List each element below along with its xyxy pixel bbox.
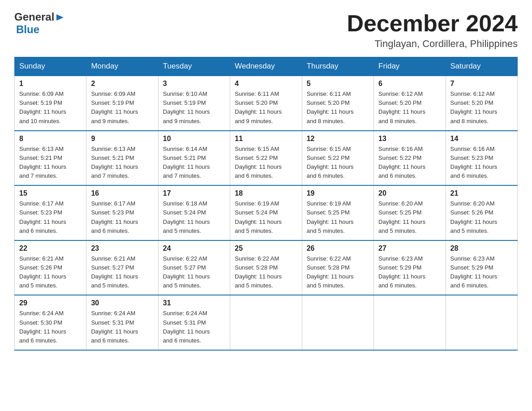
day-number: 30	[91, 299, 153, 307]
calendar-cell: 16Sunrise: 6:17 AMSunset: 5:23 PMDayligh…	[86, 185, 158, 240]
day-info: Sunrise: 6:12 AMSunset: 5:20 PMDaylight:…	[450, 90, 513, 126]
calendar-cell: 25Sunrise: 6:22 AMSunset: 5:28 PMDayligh…	[230, 240, 302, 295]
calendar-cell: 1Sunrise: 6:09 AMSunset: 5:19 PMDaylight…	[15, 76, 86, 131]
day-number: 2	[91, 80, 153, 88]
day-number: 13	[378, 135, 441, 143]
day-info: Sunrise: 6:22 AMSunset: 5:28 PMDaylight:…	[235, 254, 297, 291]
day-info: Sunrise: 6:15 AMSunset: 5:22 PMDaylight:…	[307, 145, 369, 181]
day-info: Sunrise: 6:12 AMSunset: 5:20 PMDaylight:…	[378, 90, 441, 126]
day-info: Sunrise: 6:15 AMSunset: 5:22 PMDaylight:…	[235, 145, 297, 181]
day-number: 10	[163, 135, 225, 143]
calendar-cell: 13Sunrise: 6:16 AMSunset: 5:22 PMDayligh…	[374, 131, 446, 186]
day-info: Sunrise: 6:17 AMSunset: 5:23 PMDaylight:…	[91, 199, 153, 235]
day-number: 4	[235, 80, 297, 88]
calendar-cell: 8Sunrise: 6:13 AMSunset: 5:21 PMDaylight…	[15, 131, 86, 186]
day-info: Sunrise: 6:13 AMSunset: 5:21 PMDaylight:…	[91, 145, 153, 181]
weekday-header-row: SundayMondayTuesdayWednesdayThursdayFrid…	[15, 57, 518, 76]
day-number: 17	[163, 189, 225, 197]
day-number: 3	[163, 80, 225, 88]
calendar-cell: 9Sunrise: 6:13 AMSunset: 5:21 PMDaylight…	[86, 131, 158, 186]
calendar-cell: 3Sunrise: 6:10 AMSunset: 5:19 PMDaylight…	[158, 76, 230, 131]
day-info: Sunrise: 6:20 AMSunset: 5:26 PMDaylight:…	[450, 199, 513, 235]
calendar-cell: 22Sunrise: 6:21 AMSunset: 5:26 PMDayligh…	[15, 240, 86, 295]
calendar-week-row: 1Sunrise: 6:09 AMSunset: 5:19 PMDaylight…	[15, 76, 518, 131]
day-number: 15	[19, 189, 82, 197]
day-number: 23	[91, 244, 153, 253]
logo-triangle-icon	[55, 13, 65, 22]
day-info: Sunrise: 6:16 AMSunset: 5:23 PMDaylight:…	[450, 145, 513, 181]
calendar-cell: 29Sunrise: 6:24 AMSunset: 5:30 PMDayligh…	[15, 295, 86, 350]
day-info: Sunrise: 6:18 AMSunset: 5:24 PMDaylight:…	[163, 199, 225, 235]
calendar-cell	[446, 295, 517, 350]
day-number: 1	[19, 80, 82, 88]
calendar-cell: 10Sunrise: 6:14 AMSunset: 5:21 PMDayligh…	[158, 131, 230, 186]
day-number: 11	[235, 135, 297, 143]
calendar-cell: 14Sunrise: 6:16 AMSunset: 5:23 PMDayligh…	[446, 131, 517, 186]
day-info: Sunrise: 6:09 AMSunset: 5:19 PMDaylight:…	[91, 90, 153, 126]
weekday-header-friday: Friday	[374, 57, 446, 76]
calendar-cell	[302, 295, 373, 350]
calendar-cell: 26Sunrise: 6:22 AMSunset: 5:28 PMDayligh…	[302, 240, 373, 295]
calendar-cell: 11Sunrise: 6:15 AMSunset: 5:22 PMDayligh…	[230, 131, 302, 186]
day-number: 22	[19, 244, 82, 253]
day-info: Sunrise: 6:17 AMSunset: 5:23 PMDaylight:…	[19, 199, 82, 235]
day-info: Sunrise: 6:22 AMSunset: 5:28 PMDaylight:…	[307, 254, 369, 291]
day-number: 9	[91, 135, 153, 143]
calendar-table: SundayMondayTuesdayWednesdayThursdayFrid…	[14, 57, 518, 351]
calendar-cell	[230, 295, 302, 350]
calendar-cell: 17Sunrise: 6:18 AMSunset: 5:24 PMDayligh…	[158, 185, 230, 240]
day-info: Sunrise: 6:09 AMSunset: 5:19 PMDaylight:…	[19, 90, 82, 126]
day-info: Sunrise: 6:11 AMSunset: 5:20 PMDaylight:…	[307, 90, 369, 126]
calendar-cell: 6Sunrise: 6:12 AMSunset: 5:20 PMDaylight…	[374, 76, 446, 131]
day-info: Sunrise: 6:23 AMSunset: 5:29 PMDaylight:…	[450, 254, 513, 291]
day-number: 7	[450, 80, 513, 88]
calendar-cell: 19Sunrise: 6:19 AMSunset: 5:25 PMDayligh…	[302, 185, 373, 240]
calendar-cell: 2Sunrise: 6:09 AMSunset: 5:19 PMDaylight…	[86, 76, 158, 131]
logo: General Blue	[14, 11, 65, 36]
day-info: Sunrise: 6:13 AMSunset: 5:21 PMDaylight:…	[19, 145, 82, 181]
weekday-header-saturday: Saturday	[446, 57, 517, 76]
calendar-cell: 21Sunrise: 6:20 AMSunset: 5:26 PMDayligh…	[446, 185, 517, 240]
calendar-cell	[374, 295, 446, 350]
svg-marker-0	[56, 14, 64, 21]
location: Tinglayan, Cordillera, Philippines	[347, 38, 518, 50]
calendar-week-row: 15Sunrise: 6:17 AMSunset: 5:23 PMDayligh…	[15, 185, 518, 240]
day-number: 20	[378, 189, 441, 197]
page-header: General Blue December 2024 Tinglayan, Co…	[14, 11, 518, 50]
day-info: Sunrise: 6:24 AMSunset: 5:31 PMDaylight:…	[163, 309, 225, 345]
day-info: Sunrise: 6:14 AMSunset: 5:21 PMDaylight:…	[163, 145, 225, 181]
calendar-cell: 5Sunrise: 6:11 AMSunset: 5:20 PMDaylight…	[302, 76, 373, 131]
calendar-cell: 7Sunrise: 6:12 AMSunset: 5:20 PMDaylight…	[446, 76, 517, 131]
calendar-cell: 24Sunrise: 6:22 AMSunset: 5:27 PMDayligh…	[158, 240, 230, 295]
calendar-week-row: 8Sunrise: 6:13 AMSunset: 5:21 PMDaylight…	[15, 131, 518, 186]
day-info: Sunrise: 6:24 AMSunset: 5:30 PMDaylight:…	[19, 309, 82, 345]
day-number: 29	[19, 299, 82, 307]
weekday-header-wednesday: Wednesday	[230, 57, 302, 76]
day-info: Sunrise: 6:24 AMSunset: 5:31 PMDaylight:…	[91, 309, 153, 345]
calendar-cell: 18Sunrise: 6:19 AMSunset: 5:24 PMDayligh…	[230, 185, 302, 240]
day-number: 25	[235, 244, 297, 253]
calendar-week-row: 22Sunrise: 6:21 AMSunset: 5:26 PMDayligh…	[15, 240, 518, 295]
calendar-cell: 27Sunrise: 6:23 AMSunset: 5:29 PMDayligh…	[374, 240, 446, 295]
month-title: December 2024	[347, 11, 518, 36]
logo-general-text: General	[14, 11, 54, 23]
day-number: 28	[450, 244, 513, 253]
logo-blue-text: Blue	[16, 23, 39, 35]
day-number: 14	[450, 135, 513, 143]
calendar-cell: 30Sunrise: 6:24 AMSunset: 5:31 PMDayligh…	[86, 295, 158, 350]
calendar-cell: 28Sunrise: 6:23 AMSunset: 5:29 PMDayligh…	[446, 240, 517, 295]
day-number: 24	[163, 244, 225, 253]
calendar-week-row: 29Sunrise: 6:24 AMSunset: 5:30 PMDayligh…	[15, 295, 518, 350]
day-info: Sunrise: 6:22 AMSunset: 5:27 PMDaylight:…	[163, 254, 225, 291]
weekday-header-sunday: Sunday	[15, 57, 86, 76]
day-info: Sunrise: 6:23 AMSunset: 5:29 PMDaylight:…	[378, 254, 441, 291]
day-number: 19	[307, 189, 369, 197]
day-number: 27	[378, 244, 441, 253]
day-number: 18	[235, 189, 297, 197]
day-info: Sunrise: 6:11 AMSunset: 5:20 PMDaylight:…	[235, 90, 297, 126]
day-number: 12	[307, 135, 369, 143]
day-number: 6	[378, 80, 441, 88]
day-number: 21	[450, 189, 513, 197]
calendar-cell: 20Sunrise: 6:20 AMSunset: 5:25 PMDayligh…	[374, 185, 446, 240]
day-info: Sunrise: 6:19 AMSunset: 5:25 PMDaylight:…	[307, 199, 369, 235]
